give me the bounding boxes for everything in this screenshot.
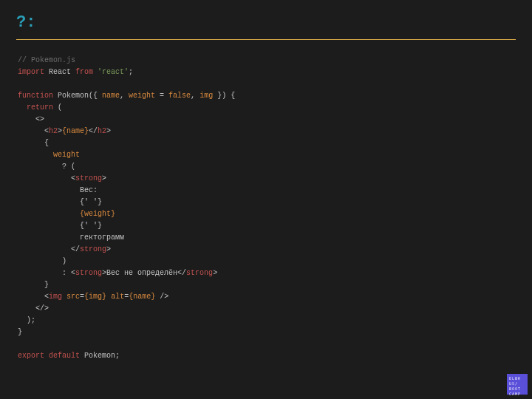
function-name: Pokemon({: [53, 92, 102, 100]
kw-default: default: [49, 352, 80, 360]
slide-title: ?:: [16, 13, 532, 32]
jsx-tag-h2: h2: [49, 127, 58, 135]
string-literal: 'react': [93, 68, 129, 76]
kw-from: from: [75, 68, 93, 76]
jsx-tag-img: img: [49, 293, 62, 301]
kw-function: function: [18, 92, 53, 100]
bool-false: false: [168, 92, 191, 100]
bootcamp-badge: ELBR US/ BOOT CAMP: [507, 374, 528, 395]
jsx-tag-strong: strong: [75, 174, 102, 183]
code-comment: // Pokemon.js: [18, 56, 75, 64]
kw-import: import: [18, 68, 44, 76]
kw-return: return: [27, 103, 53, 112]
slide-header: ?:: [0, 0, 532, 39]
kw-export: export: [18, 352, 44, 360]
code-block: // Pokemon.js import React from 'react';…: [0, 40, 532, 362]
